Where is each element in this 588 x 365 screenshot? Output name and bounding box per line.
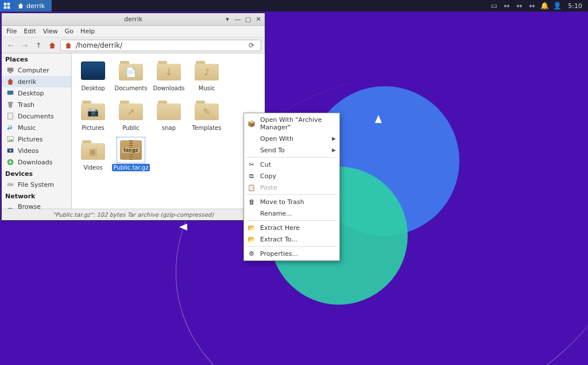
sidebar-section-network: Network: [2, 190, 71, 201]
sidebar-item-videos[interactable]: Videos: [2, 145, 71, 156]
taskbar-window-button[interactable]: derrik: [14, 0, 52, 11]
reload-icon[interactable]: ⟳: [246, 41, 257, 49]
sidebar-item-documents[interactable]: Documents: [2, 110, 71, 122]
svg-rect-5: [9, 72, 11, 74]
disk-icon: [6, 180, 14, 189]
clock[interactable]: 5:10: [566, 2, 585, 10]
menu-edit[interactable]: Edit: [24, 28, 36, 35]
file-label: Public.tar.gz: [112, 164, 150, 171]
sidebar-item-derrik[interactable]: derrik: [2, 76, 71, 87]
resize-icon-2[interactable]: ↔: [515, 2, 523, 10]
context-menu-item[interactable]: Open With▶: [244, 133, 339, 144]
file-item[interactable]: ↗Public: [112, 99, 150, 132]
file-item[interactable]: Desktop: [74, 59, 112, 92]
menu-file[interactable]: File: [6, 28, 17, 35]
resize-icon-1[interactable]: ↔: [502, 2, 510, 10]
context-menu-label: Paste: [260, 184, 277, 191]
sidebar-item-label: Computer: [18, 67, 49, 74]
context-menu-item[interactable]: 📂Extract To...: [244, 233, 339, 245]
context-menu-label: Open With "Archive Manager": [260, 116, 335, 131]
nav-up-button[interactable]: ↑: [33, 40, 44, 51]
sidebar-item-music[interactable]: Music: [2, 122, 71, 133]
status-text: "Public.tar.gz": 102 bytes Tar archive (…: [53, 212, 214, 218]
context-menu-label: Extract To...: [260, 236, 297, 243]
nav-forward-button[interactable]: →: [19, 40, 30, 51]
battery-icon[interactable]: ▭: [490, 2, 498, 10]
file-view[interactable]: Desktop📄Documents↓Downloads♪Music📷Pictur…: [72, 53, 265, 209]
download-icon: [6, 158, 14, 166]
window-minimize-button[interactable]: —: [234, 16, 242, 24]
taskbar-window-label: derrik: [26, 2, 45, 10]
folder-icon: [157, 101, 181, 120]
folder-icon: ↓: [157, 61, 181, 80]
file-label: Public: [121, 124, 141, 132]
status-bar: "Public.tar.gz": 102 bytes Tar archive (…: [2, 209, 265, 220]
svg-point-14: [12, 184, 13, 185]
window-close-button[interactable]: ✕: [254, 16, 262, 24]
file-label: Templates: [191, 124, 223, 132]
svg-rect-2: [4, 6, 7, 9]
sidebar-item-label: Downloads: [18, 159, 52, 166]
path-bar[interactable]: /home/derrik/ ⟳: [60, 40, 261, 51]
context-menu-item[interactable]: Rename...: [244, 208, 339, 219]
user-icon[interactable]: 👤: [553, 2, 561, 10]
context-menu-item[interactable]: 🗑Move to Trash: [244, 196, 339, 208]
window-titlebar[interactable]: derrik ▾ — ▢ ✕: [2, 13, 265, 26]
sidebar-item-desktop[interactable]: Desktop: [2, 87, 71, 99]
context-menu-item[interactable]: ✂Cut: [244, 159, 339, 170]
extract-icon: 📂: [247, 224, 256, 232]
file-item[interactable]: tar.gzPublic.tar.gz: [112, 139, 150, 171]
menu-help[interactable]: Help: [80, 28, 95, 35]
context-menu-item[interactable]: Send To▶: [244, 144, 339, 156]
sidebar-item-browse-network[interactable]: Browse Network: [2, 201, 71, 209]
window-maximize-button[interactable]: ▢: [244, 16, 252, 24]
sidebar-item-downloads[interactable]: Downloads: [2, 156, 71, 168]
toolbar: ← → ↑ /home/derrik/ ⟳: [2, 37, 265, 53]
sidebar-item-label: Documents: [18, 113, 54, 120]
file-label: Pictures: [80, 124, 106, 132]
context-menu-item: 📋Paste: [244, 182, 339, 193]
menubar: File Edit View Go Help: [2, 26, 265, 37]
resize-icon-3[interactable]: ↔: [528, 2, 536, 10]
file-label: Music: [197, 84, 216, 92]
paste-icon: 📋: [247, 183, 256, 191]
sidebar-item-label: Desktop: [18, 90, 44, 97]
folder-icon: ▣: [81, 140, 105, 160]
sidebar-item-label: derrik: [18, 78, 36, 86]
sidebar-section-places: Places: [2, 53, 71, 64]
sidebar-item-label: Music: [18, 124, 36, 132]
file-item[interactable]: ↓Downloads: [150, 59, 188, 92]
file-item[interactable]: 📄Documents: [112, 59, 150, 92]
desktop-folder-icon: [81, 62, 105, 80]
path-text: /home/derrik/: [76, 41, 122, 49]
nav-back-button[interactable]: ←: [5, 40, 17, 51]
menu-view[interactable]: View: [43, 28, 58, 35]
home-icon: [17, 2, 24, 9]
context-menu-separator: [246, 157, 337, 157]
file-item[interactable]: 📷Pictures: [74, 99, 112, 132]
sidebar-item-label: Pictures: [18, 136, 43, 143]
sidebar-item-file-system[interactable]: File System: [2, 179, 71, 190]
file-item[interactable]: ♪Music: [188, 59, 226, 92]
context-menu-item[interactable]: 📦Open With "Archive Manager": [244, 114, 339, 133]
context-menu-item[interactable]: ⚙Properties...: [244, 248, 339, 259]
start-menu-button[interactable]: [0, 0, 14, 11]
system-tray: ▭ ↔ ↔ ↔ 🔔 👤 5:10: [486, 2, 588, 10]
sidebar-item-pictures[interactable]: Pictures: [2, 133, 71, 145]
file-item[interactable]: ▣Videos: [74, 139, 112, 171]
file-item[interactable]: ✎Templates: [188, 99, 226, 132]
context-menu-separator: [246, 246, 337, 247]
window-menu-button[interactable]: ▾: [223, 16, 231, 24]
sidebar-item-trash[interactable]: Trash: [2, 99, 71, 110]
sidebar-item-computer[interactable]: Computer: [2, 64, 71, 76]
context-menu-item[interactable]: ⧉Copy: [244, 170, 339, 182]
blank-icon: [247, 209, 256, 217]
context-menu-item[interactable]: 📂Extract Here: [244, 222, 339, 233]
menu-go[interactable]: Go: [65, 28, 74, 35]
svg-rect-3: [7, 6, 10, 9]
file-item[interactable]: snap: [150, 99, 188, 132]
nav-home-button[interactable]: [47, 40, 58, 51]
context-menu-label: Extract Here: [260, 224, 300, 232]
notification-icon[interactable]: 🔔: [540, 2, 548, 10]
context-menu-label: Copy: [260, 172, 276, 180]
